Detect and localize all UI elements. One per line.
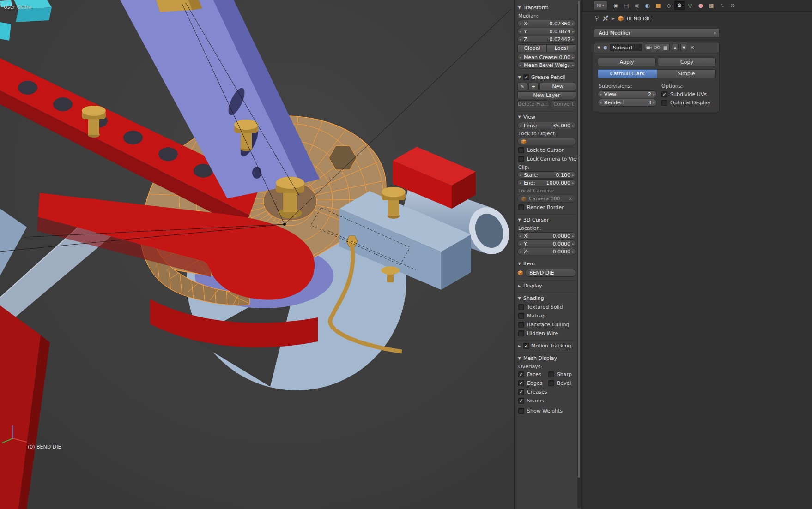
checkbox[interactable] bbox=[548, 371, 554, 377]
checkbox[interactable] bbox=[518, 389, 524, 395]
editmode-visibility-icon[interactable]: ▦ bbox=[661, 44, 670, 51]
tab-physics[interactable]: ⊙ bbox=[727, 1, 738, 10]
pin-icon[interactable] bbox=[594, 15, 600, 22]
tab-particles[interactable]: ∴ bbox=[717, 1, 727, 10]
checkbox[interactable] bbox=[518, 408, 524, 414]
median-y-field[interactable]: ◂ Y: 0.03874 ▸ bbox=[517, 28, 576, 35]
increment-arrow-icon[interactable]: ▸ bbox=[572, 20, 574, 27]
tab-constraints[interactable]: ◇ bbox=[664, 1, 674, 10]
clear-icon[interactable]: ✕ bbox=[569, 196, 572, 201]
optimal-display-row[interactable]: Optimal Display bbox=[661, 98, 716, 107]
catmull-clark-button[interactable]: Catmull-Clark bbox=[598, 69, 657, 78]
object-name-field[interactable]: BEND DIE bbox=[525, 269, 576, 277]
sidebar-scrollbar[interactable] bbox=[577, 1, 581, 508]
tab-texture[interactable]: ▩ bbox=[706, 1, 716, 10]
move-up-button[interactable]: ▲ bbox=[672, 44, 679, 51]
panel-header-display[interactable]: ► Display bbox=[517, 281, 576, 290]
delete-frame-button[interactable]: Delete Fra... bbox=[517, 100, 549, 108]
decrement-arrow-icon[interactable]: ◂ bbox=[519, 172, 521, 178]
increment-arrow-icon[interactable]: ▸ bbox=[572, 54, 574, 60]
median-x-field[interactable]: ◂ X: 0.02360 ▸ bbox=[517, 20, 576, 27]
new-layer-button[interactable]: New Layer bbox=[517, 91, 576, 99]
apply-button[interactable]: Apply bbox=[598, 58, 656, 66]
edges-row[interactable]: Edges bbox=[517, 379, 547, 388]
checkbox[interactable] bbox=[518, 304, 524, 310]
checkbox[interactable] bbox=[548, 380, 554, 386]
clip-start-field[interactable]: ◂ Start: 0.100 ▸ bbox=[517, 171, 576, 179]
checkbox[interactable] bbox=[661, 100, 667, 106]
modifier-name-field[interactable]: Subsurf bbox=[610, 44, 642, 51]
tab-modifiers[interactable]: ⚙ bbox=[674, 1, 685, 10]
tab-editor-type[interactable]: ⊞ ▾ bbox=[594, 1, 607, 10]
copy-button[interactable]: Copy bbox=[658, 58, 716, 66]
checkbox[interactable] bbox=[661, 91, 667, 97]
increment-arrow-icon[interactable]: ▸ bbox=[653, 99, 655, 106]
faces-row[interactable]: Faces bbox=[517, 370, 547, 379]
cursor-y-field[interactable]: ◂ Y: 0.0000 ▸ bbox=[517, 240, 576, 247]
checkbox[interactable] bbox=[518, 398, 524, 404]
draw-pencil-icon[interactable]: ✎ bbox=[517, 83, 527, 90]
mean-crease-field[interactable]: ◂ Mean Crease: 0.00 ▸ bbox=[517, 54, 576, 61]
checkbox[interactable] bbox=[518, 371, 524, 377]
convert-button[interactable]: Convert bbox=[551, 100, 576, 108]
increment-arrow-icon[interactable]: ▸ bbox=[572, 122, 574, 129]
decrement-arrow-icon[interactable]: ◂ bbox=[519, 28, 521, 35]
checkbox[interactable] bbox=[518, 204, 524, 210]
tab-object-data[interactable]: ▽ bbox=[685, 1, 695, 10]
checkbox[interactable] bbox=[518, 322, 524, 328]
increment-arrow-icon[interactable]: ▸ bbox=[572, 36, 574, 42]
global-button[interactable]: Global bbox=[517, 44, 547, 52]
decrement-arrow-icon[interactable]: ◂ bbox=[519, 62, 521, 68]
render-visibility-icon[interactable] bbox=[645, 44, 653, 51]
local-button[interactable]: Local bbox=[547, 44, 576, 52]
grease-pencil-checkbox[interactable] bbox=[523, 74, 529, 80]
lens-field[interactable]: ◂ Lens: 35.000 ▸ bbox=[517, 122, 576, 129]
move-down-button[interactable]: ▼ bbox=[680, 44, 687, 51]
bevel-row[interactable]: Bevel bbox=[547, 379, 579, 388]
simple-button[interactable]: Simple bbox=[657, 69, 716, 78]
tab-object[interactable]: ■ bbox=[653, 1, 663, 10]
lock-camera-row[interactable]: Lock Camera to View bbox=[517, 155, 576, 163]
sharp-row[interactable]: Sharp bbox=[547, 370, 579, 379]
increment-arrow-icon[interactable]: ▸ bbox=[572, 62, 574, 68]
matcap-row[interactable]: Matcap bbox=[517, 311, 576, 320]
checkbox[interactable] bbox=[518, 313, 524, 319]
expand-arrow-icon[interactable]: ▼ bbox=[597, 46, 601, 50]
increment-arrow-icon[interactable]: ▸ bbox=[653, 91, 655, 98]
delete-modifier-icon[interactable]: ✕ bbox=[690, 45, 694, 51]
clip-end-field[interactable]: ◂ End: 1000.000 ▸ bbox=[517, 179, 576, 186]
grease-new-button[interactable]: New bbox=[539, 83, 576, 90]
viewport-visibility-eye-icon[interactable] bbox=[653, 44, 661, 51]
decrement-arrow-icon[interactable]: ◂ bbox=[519, 122, 521, 129]
increment-arrow-icon[interactable]: ▸ bbox=[572, 240, 574, 247]
panel-header-motion-tracking[interactable]: ► Motion Tracking bbox=[517, 341, 576, 350]
checkbox[interactable] bbox=[518, 330, 524, 336]
increment-arrow-icon[interactable]: ▸ bbox=[572, 248, 574, 255]
decrement-arrow-icon[interactable]: ◂ bbox=[600, 99, 601, 106]
median-z-field[interactable]: ◂ Z: -0.02442 ▸ bbox=[517, 36, 576, 43]
local-camera-field[interactable]: Camera.000 ✕ bbox=[517, 195, 576, 203]
decrement-arrow-icon[interactable]: ◂ bbox=[519, 180, 521, 186]
lock-object-field[interactable] bbox=[517, 138, 576, 145]
cursor-x-field[interactable]: ◂ X: 0.0000 ▸ bbox=[517, 232, 576, 240]
render-border-row[interactable]: Render Border bbox=[517, 203, 576, 212]
textured-solid-row[interactable]: Textured Solid bbox=[517, 303, 576, 311]
checkbox[interactable] bbox=[518, 380, 524, 386]
panel-header-transform[interactable]: ▼ Transform bbox=[517, 3, 576, 12]
decrement-arrow-icon[interactable]: ◂ bbox=[519, 36, 521, 42]
seams-row[interactable]: Seams bbox=[517, 396, 547, 405]
lock-to-cursor-row[interactable]: Lock to Cursor bbox=[517, 146, 576, 155]
decrement-arrow-icon[interactable]: ◂ bbox=[519, 54, 521, 60]
increment-arrow-icon[interactable]: ▸ bbox=[572, 233, 574, 239]
panel-header-3d-cursor[interactable]: ▼ 3D Cursor bbox=[517, 216, 576, 224]
checkbox[interactable] bbox=[518, 156, 524, 162]
scrollbar-handle[interactable] bbox=[578, 1, 580, 478]
tab-scene[interactable]: ◎ bbox=[632, 1, 642, 10]
motion-tracking-checkbox[interactable] bbox=[523, 343, 529, 349]
3d-viewport[interactable]: User Ortho (0) BEND DIE bbox=[0, 0, 514, 509]
decrement-arrow-icon[interactable]: ◂ bbox=[519, 20, 521, 27]
panel-header-mesh-display[interactable]: ▼ Mesh Display bbox=[517, 354, 576, 363]
add-modifier-dropdown[interactable]: Add Modifier ▾ bbox=[594, 28, 720, 38]
creases-row[interactable]: Creases bbox=[517, 388, 547, 396]
increment-arrow-icon[interactable]: ▸ bbox=[572, 28, 574, 35]
